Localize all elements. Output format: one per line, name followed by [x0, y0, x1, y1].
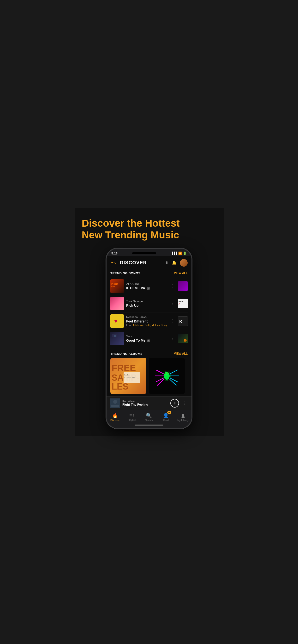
trending-albums-title: TRENDING ALBUMS: [110, 352, 142, 356]
song-thumb-alkaline: IF DEM EVA: [110, 279, 124, 293]
song-artist-reekado: Reekado Banks: [126, 316, 168, 319]
trending-songs-view-all[interactable]: VIEW ALL: [174, 272, 188, 275]
app-title: DISCOVER: [120, 260, 147, 266]
svg-point-42: [181, 416, 185, 418]
svg-text:LES: LES: [112, 382, 128, 392]
explicit-badge-sarz: E: [147, 340, 150, 342]
trending-albums-header: TRENDING ALBUMS VIEW ALL: [106, 350, 192, 358]
user-avatar[interactable]: [180, 259, 188, 267]
now-playing-info: Rod Wave Fight The Feeling: [122, 400, 168, 406]
albums-row: FREE SAMP- LES femdot. VOL.1 VARIETY PAC…: [106, 358, 192, 396]
svg-rect-13: [114, 335, 116, 337]
song-artist-alkaline: ALKALINE: [126, 282, 168, 286]
status-bar: 5:13 ▐▐▐ 📶 🔋: [106, 249, 192, 256]
nav-label-library: My Library: [177, 419, 189, 422]
more-button-alkaline[interactable]: ⋮: [170, 283, 176, 289]
bell-icon[interactable]: 🔔: [172, 260, 177, 265]
more-button-reekado[interactable]: ⋮: [170, 318, 176, 324]
song-row-sarz[interactable]: Sarz Good To Me E ⋮: [106, 330, 192, 347]
song-info-sarz: Sarz Good To Me E: [126, 335, 168, 342]
svg-point-41: [182, 414, 184, 416]
nav-item-feed[interactable]: 👤 94 Feed: [159, 412, 173, 422]
album-card-free-samples[interactable]: FREE SAMP- LES femdot. VOL.1 VARIETY PAC…: [110, 358, 146, 394]
svg-text:FREE: FREE: [112, 363, 136, 373]
svg-point-36: [167, 372, 168, 374]
home-bar: [135, 424, 163, 426]
svg-text:WE R: WE R: [179, 300, 184, 302]
status-icons: ▐▐▐ 📶 🔋: [171, 252, 187, 255]
song-thumb-right-tiwa: WE R A: [178, 299, 188, 308]
now-playing-thumb: [110, 398, 120, 408]
song-title-alkaline: IF DEM EVA E: [126, 286, 168, 290]
nav-item-library[interactable]: My Library: [176, 412, 190, 422]
now-playing-title: Fight The Feeling: [122, 403, 168, 406]
explicit-badge: E: [147, 287, 150, 290]
battery-icon: 🔋: [183, 252, 187, 255]
svg-text:A: A: [179, 302, 180, 305]
more-button-tiwa[interactable]: ⋮: [170, 300, 176, 307]
song-row-alkaline[interactable]: IF DEM EVA ALKALINE IF DEM EVA E ⋮: [106, 278, 192, 295]
bottom-nav: 🔥 Discover ≡♪ Playlists 🔍 Search 👤 94: [106, 410, 192, 423]
song-info-reekado: Reekado Banks Feel Different Feat. Adeku…: [126, 316, 168, 326]
svg-point-39: [113, 400, 117, 404]
header-right: ⬆ 🔔: [165, 259, 188, 267]
now-playing-more[interactable]: ⋮: [182, 400, 188, 406]
svg-point-26: [165, 372, 169, 376]
svg-point-16: [184, 339, 186, 341]
header-left: 〜♫ DISCOVER: [110, 260, 147, 266]
nav-item-search[interactable]: 🔍 Search: [142, 412, 156, 422]
trending-albums-view-all[interactable]: VIEW ALL: [174, 352, 188, 355]
pause-icon: ⏸: [173, 401, 176, 405]
library-icon: [181, 412, 186, 418]
now-playing-bar[interactable]: Rod Wave Fight The Feeling ⏸ ⋮: [106, 396, 192, 410]
song-thumb-right-reekado: K: [178, 316, 188, 326]
song-info-alkaline: ALKALINE IF DEM EVA E: [126, 282, 168, 290]
upload-button[interactable]: ⬆: [165, 260, 169, 265]
app-content: 〜♫ DISCOVER ⬆ 🔔 TRENDING SONGS VIEW ALL: [106, 256, 192, 428]
promo-line2-white: New: [82, 229, 105, 240]
promo-line2-orange: Trending Music: [105, 229, 179, 240]
song-thumb-reekado: ♥: [110, 314, 124, 328]
album-card-spider[interactable]: [149, 358, 185, 394]
song-feat-reekado: Feat. Adekunle Gold, Maleek Berry: [126, 324, 168, 326]
song-info-tiwa: Tiwa Savage Pick Up: [126, 300, 168, 308]
status-time: 5:13: [111, 252, 117, 255]
app-header: 〜♫ DISCOVER ⬆ 🔔: [106, 256, 192, 270]
svg-text:K: K: [179, 319, 183, 324]
trending-songs-header: TRENDING SONGS VIEW ALL: [106, 270, 192, 278]
now-playing-controls: ⏸ ⋮: [170, 399, 188, 408]
feed-wrapper: 👤 94: [163, 412, 169, 418]
home-indicator: [106, 423, 192, 428]
song-title-sarz: Good To Me E: [126, 338, 168, 342]
logo-icon: 〜♫: [110, 260, 118, 266]
promo-headline: Discover the Hottest New Trending Music: [79, 218, 219, 248]
feed-badge: 94: [167, 411, 171, 414]
nav-label-search: Search: [145, 419, 153, 422]
svg-text:femdot.: femdot.: [124, 374, 129, 376]
svg-text:VOL.1 VARIETY PACK: VOL.1 VARIETY PACK: [124, 377, 137, 378]
svg-text:♥: ♥: [114, 318, 117, 324]
nav-item-discover[interactable]: 🔥 Discover: [108, 412, 122, 422]
song-artist-sarz: Sarz: [126, 335, 168, 338]
song-artist-tiwa: Tiwa Savage: [126, 300, 168, 303]
nav-label-feed: Feed: [163, 419, 169, 422]
promo-line1: Discover the Hottest: [82, 218, 180, 229]
pause-button[interactable]: ⏸: [170, 399, 179, 408]
song-thumb-right-sarz: [178, 334, 188, 343]
song-title-reekado: Feel Different: [126, 319, 168, 323]
svg-text:EVA: EVA: [111, 285, 115, 288]
song-row-tiwa[interactable]: Tiwa Savage Pick Up ⋮ WE R A: [106, 295, 192, 312]
nav-item-playlists[interactable]: ≡♪ Playlists: [125, 412, 139, 422]
search-icon: 🔍: [146, 412, 152, 418]
svg-rect-11: [110, 332, 124, 345]
song-row-reekado[interactable]: ♥ Reekado Banks Feel Different Feat. Ade…: [106, 312, 192, 330]
svg-text:IF DEM: IF DEM: [111, 283, 118, 285]
discover-icon: 🔥: [112, 412, 118, 418]
trending-songs-title: TRENDING SONGS: [110, 272, 140, 275]
svg-rect-14: [178, 334, 188, 343]
svg-rect-40: [111, 405, 119, 407]
more-button-sarz[interactable]: ⋮: [170, 335, 176, 342]
outer-container: Discover the Hottest New Trending Music …: [75, 208, 224, 436]
song-title-tiwa: Pick Up: [126, 304, 168, 308]
song-thumb-sarz: [110, 332, 124, 345]
